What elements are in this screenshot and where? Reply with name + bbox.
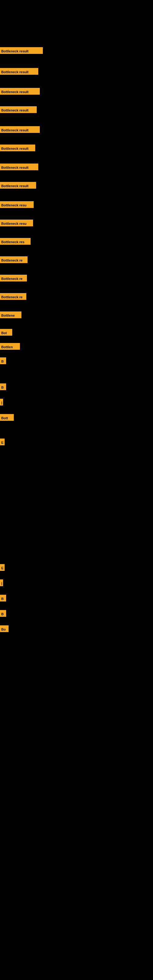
bar-label-10: Bottleneck resu bbox=[0, 220, 33, 226]
bottleneck-bar-16: Bot bbox=[0, 329, 12, 336]
bottleneck-bar-1: Bottleneck result bbox=[0, 47, 43, 54]
bottleneck-bar-26: B bbox=[0, 610, 6, 617]
bar-label-5: Bottleneck result bbox=[0, 126, 40, 133]
bottleneck-bar-3: Bottleneck result bbox=[0, 88, 40, 95]
bar-label-4: Bottleneck result bbox=[0, 106, 37, 113]
bottleneck-bar-4: Bottleneck result bbox=[0, 106, 37, 113]
site-title bbox=[0, 0, 153, 4]
bottleneck-bar-15: Bottlene bbox=[0, 312, 21, 318]
bar-label-13: Bottleneck re bbox=[0, 275, 27, 282]
bar-label-12: Bottleneck re bbox=[0, 256, 27, 263]
bar-label-17: Bottlen bbox=[0, 343, 20, 350]
bottleneck-bar-17: Bottlen bbox=[0, 343, 20, 350]
bottleneck-bar-12: Bottleneck re bbox=[0, 256, 27, 263]
bottleneck-bar-5: Bottleneck result bbox=[0, 126, 40, 133]
bar-label-6: Bottleneck result bbox=[0, 145, 35, 151]
bottleneck-bar-19: B bbox=[0, 383, 6, 390]
bar-label-11: Bottleneck res bbox=[0, 238, 30, 245]
bottleneck-bar-14: Bottleneck re bbox=[0, 293, 26, 300]
bar-label-21: Bott bbox=[0, 414, 14, 421]
bottleneck-bar-2: Bottleneck result bbox=[0, 68, 38, 75]
bar-label-15: Bottlene bbox=[0, 312, 21, 318]
bottleneck-bar-20: | bbox=[0, 399, 3, 406]
bottleneck-bar-18: B bbox=[0, 357, 6, 364]
bottleneck-bar-8: Bottleneck result bbox=[0, 182, 36, 189]
bar-label-19: B bbox=[0, 383, 6, 390]
bar-label-22: E bbox=[0, 439, 5, 445]
bar-label-9: Bottleneck resu bbox=[0, 201, 33, 208]
bar-label-25: B bbox=[0, 595, 6, 601]
bottleneck-bar-13: Bottleneck re bbox=[0, 275, 27, 282]
bar-label-1: Bottleneck result bbox=[0, 47, 43, 54]
bottleneck-bar-27: Bo bbox=[0, 625, 9, 632]
bottleneck-bar-11: Bottleneck res bbox=[0, 238, 30, 245]
bottleneck-bar-25: B bbox=[0, 595, 6, 601]
bottleneck-bar-23: E bbox=[0, 564, 5, 571]
bottleneck-bar-6: Bottleneck result bbox=[0, 145, 35, 151]
bar-label-16: Bot bbox=[0, 329, 12, 336]
bottleneck-bar-24: | bbox=[0, 579, 3, 586]
bar-label-7: Bottleneck result bbox=[0, 164, 38, 170]
bottleneck-bar-10: Bottleneck resu bbox=[0, 220, 33, 226]
bar-label-20: | bbox=[0, 399, 3, 406]
bottleneck-bar-21: Bott bbox=[0, 414, 14, 421]
bottleneck-bar-9: Bottleneck resu bbox=[0, 201, 33, 208]
bar-label-3: Bottleneck result bbox=[0, 88, 40, 95]
bar-label-8: Bottleneck result bbox=[0, 182, 36, 189]
bottleneck-bar-22: E bbox=[0, 439, 5, 445]
bar-label-23: E bbox=[0, 564, 5, 571]
bar-label-18: B bbox=[0, 357, 6, 364]
bottleneck-bar-7: Bottleneck result bbox=[0, 164, 38, 170]
bar-label-26: B bbox=[0, 610, 6, 617]
bar-label-14: Bottleneck re bbox=[0, 293, 26, 300]
bar-label-27: Bo bbox=[0, 625, 9, 632]
bar-label-2: Bottleneck result bbox=[0, 68, 38, 75]
bar-label-24: | bbox=[0, 579, 3, 586]
